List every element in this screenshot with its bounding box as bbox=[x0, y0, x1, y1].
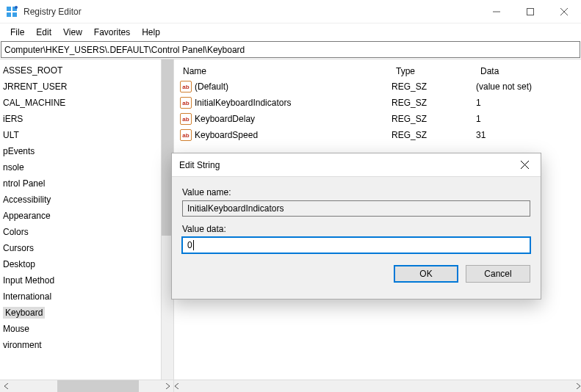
window-title: Registry Editor bbox=[24, 7, 480, 17]
cell-data: 1 bbox=[476, 98, 581, 108]
close-button[interactable] bbox=[547, 0, 581, 23]
menu-file[interactable]: File bbox=[4, 25, 30, 40]
tree-item[interactable]: Colors bbox=[0, 224, 173, 240]
tree-item[interactable]: vironment bbox=[0, 337, 173, 353]
value-data-label: Value data: bbox=[182, 224, 530, 234]
tree-item[interactable]: ULT bbox=[0, 127, 173, 143]
cell-type: REG_SZ bbox=[391, 114, 476, 124]
tree-item[interactable]: Accessibility bbox=[0, 192, 173, 208]
tree-item[interactable]: International bbox=[0, 288, 173, 305]
window-controls bbox=[480, 0, 581, 23]
menu-favorites[interactable]: Favorites bbox=[88, 25, 136, 40]
tree-item-label: Cursors bbox=[3, 243, 34, 253]
svg-rect-2 bbox=[7, 12, 11, 17]
tree-item[interactable]: ASSES_ROOT bbox=[0, 62, 173, 79]
tree-item-label: ntrol Panel bbox=[3, 178, 45, 189]
tree-item-label: Appearance bbox=[3, 211, 51, 221]
tree-item-label: vironment bbox=[3, 340, 42, 350]
cancel-button-label: Cancel bbox=[484, 269, 511, 279]
tree-item[interactable]: pEvents bbox=[0, 143, 173, 159]
tree-item-label: Colors bbox=[3, 227, 29, 237]
tree-item-label: International bbox=[3, 291, 51, 302]
column-type[interactable]: Type bbox=[387, 66, 472, 76]
value-name-input[interactable] bbox=[182, 200, 530, 217]
reg-string-icon: ab bbox=[180, 81, 192, 92]
tree-item[interactable]: Mouse bbox=[0, 321, 173, 337]
tree-item[interactable]: Desktop bbox=[0, 256, 173, 272]
scrollbar-thumb[interactable] bbox=[57, 380, 139, 392]
cell-type: REG_SZ bbox=[391, 81, 476, 92]
dialog-button-row: OK Cancel bbox=[182, 265, 530, 283]
value-name-label: Value name: bbox=[182, 187, 530, 197]
ok-button-label: OK bbox=[419, 269, 432, 279]
scroll-left-icon[interactable] bbox=[0, 383, 12, 389]
tree-item[interactable]: ntrol Panel bbox=[0, 175, 173, 192]
tree-item[interactable]: nsole bbox=[0, 159, 173, 175]
cancel-button[interactable]: Cancel bbox=[466, 265, 530, 283]
reg-string-icon: ab bbox=[180, 97, 192, 109]
dialog-close-button[interactable] bbox=[516, 156, 533, 174]
reg-string-icon: ab bbox=[180, 129, 192, 141]
tree-item-label: ULT bbox=[3, 130, 19, 140]
tree-item[interactable]: CAL_MACHINE bbox=[0, 95, 173, 111]
window-titlebar: Registry Editor bbox=[0, 0, 581, 23]
list-horizontal-scrollbar[interactable] bbox=[174, 380, 581, 392]
tree-item-label: Accessibility bbox=[3, 195, 51, 205]
dialog-title: Edit String bbox=[179, 160, 516, 170]
svg-rect-0 bbox=[7, 7, 11, 11]
list-row[interactable]: ab(Default)REG_SZ(value not set) bbox=[174, 79, 581, 95]
column-name[interactable]: Name bbox=[174, 66, 387, 76]
cell-data: 31 bbox=[476, 130, 581, 140]
dialog-titlebar[interactable]: Edit String bbox=[172, 153, 541, 177]
scrollbar-track[interactable] bbox=[12, 380, 161, 392]
reg-string-icon: ab bbox=[180, 113, 192, 125]
dialog-body: Value name: Value data: 0 OK Cancel bbox=[172, 177, 541, 291]
cell-name: KeyboardDelay bbox=[195, 114, 391, 124]
cell-name: (Default) bbox=[195, 81, 391, 92]
scroll-right-icon[interactable] bbox=[161, 383, 173, 389]
menu-help[interactable]: Help bbox=[136, 25, 166, 40]
scroll-right-icon[interactable] bbox=[575, 383, 581, 389]
tree-horizontal-scrollbar[interactable] bbox=[0, 380, 173, 392]
cell-type: REG_SZ bbox=[391, 130, 476, 140]
tree-item[interactable]: iERS bbox=[0, 111, 173, 127]
svg-rect-6 bbox=[527, 8, 534, 15]
cell-data: (value not set) bbox=[476, 81, 581, 92]
cell-type: REG_SZ bbox=[391, 98, 476, 108]
tree-item-label: iERS bbox=[3, 114, 23, 124]
tree-item[interactable]: Cursors bbox=[0, 240, 173, 256]
tree-item-label: Keyboard bbox=[3, 307, 45, 319]
address-text: Computer\HKEY_USERS\.DEFAULT\Control Pan… bbox=[4, 45, 245, 55]
minimize-button[interactable] bbox=[480, 0, 513, 23]
menu-view[interactable]: View bbox=[57, 25, 88, 40]
address-bar[interactable]: Computer\HKEY_USERS\.DEFAULT\Control Pan… bbox=[1, 41, 580, 58]
tree-item-label: pEvents bbox=[3, 146, 35, 156]
tree-item[interactable]: Keyboard bbox=[0, 305, 173, 321]
list-row[interactable]: abInitialKeyboardIndicatorsREG_SZ1 bbox=[174, 95, 581, 111]
list-header[interactable]: Name Type Data bbox=[174, 59, 581, 79]
tree-item-label: JRRENT_USER bbox=[3, 81, 67, 92]
text-caret bbox=[193, 240, 194, 250]
tree-item-label: Input Method bbox=[3, 275, 54, 286]
list-row[interactable]: abKeyboardDelayREG_SZ1 bbox=[174, 111, 581, 127]
tree-item[interactable]: JRRENT_USER bbox=[0, 79, 173, 95]
tree-item[interactable]: Input Method bbox=[0, 272, 173, 288]
list-row[interactable]: abKeyboardSpeedREG_SZ31 bbox=[174, 127, 581, 143]
cell-data: 1 bbox=[476, 114, 581, 124]
tree-body[interactable]: ASSES_ROOTJRRENT_USERCAL_MACHINEiERSULTp… bbox=[0, 59, 173, 380]
tree-item-label: nsole bbox=[3, 162, 24, 173]
column-data[interactable]: Data bbox=[472, 66, 581, 76]
scroll-left-icon[interactable] bbox=[174, 383, 180, 389]
tree-pane: ASSES_ROOTJRRENT_USERCAL_MACHINEiERSULTp… bbox=[0, 59, 174, 392]
edit-string-dialog: Edit String Value name: Value data: 0 OK… bbox=[171, 153, 541, 300]
svg-rect-3 bbox=[12, 12, 17, 17]
tree-item-label: Desktop bbox=[3, 259, 35, 269]
ok-button[interactable]: OK bbox=[394, 265, 458, 283]
value-data-input[interactable]: 0 bbox=[182, 237, 530, 253]
value-data-text: 0 bbox=[187, 240, 192, 250]
menu-edit[interactable]: Edit bbox=[30, 25, 57, 40]
svg-point-4 bbox=[15, 6, 18, 9]
tree-item[interactable]: Appearance bbox=[0, 208, 173, 224]
maximize-button[interactable] bbox=[513, 0, 547, 23]
cell-name: InitialKeyboardIndicators bbox=[195, 98, 391, 108]
